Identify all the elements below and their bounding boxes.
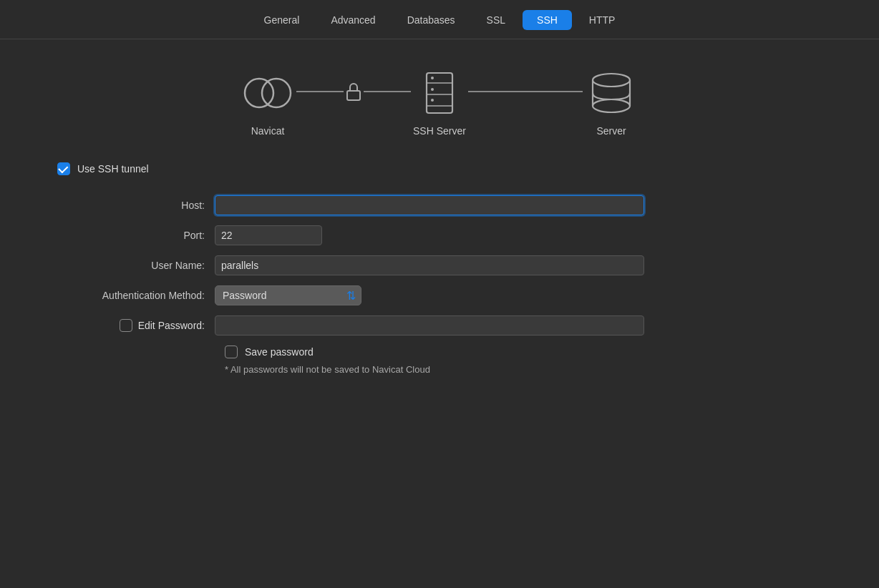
diagram-server: Server bbox=[583, 68, 640, 137]
host-input[interactable] bbox=[215, 195, 644, 215]
tab-ssh[interactable]: SSH bbox=[523, 10, 572, 30]
edit-pass-label-area: Edit Password: bbox=[57, 319, 215, 332]
port-label: Port: bbox=[57, 230, 215, 241]
use-ssh-tunnel-label: Use SSH tunnel bbox=[77, 163, 149, 175]
tab-general[interactable]: General bbox=[250, 10, 314, 30]
edit-password-checkbox[interactable] bbox=[120, 319, 132, 332]
svg-point-10 bbox=[593, 74, 630, 87]
save-password-label: Save password bbox=[245, 346, 314, 358]
line-right bbox=[364, 91, 411, 92]
svg-point-0 bbox=[245, 79, 273, 107]
tab-ssl[interactable]: SSL bbox=[472, 10, 520, 30]
port-input[interactable] bbox=[215, 225, 322, 245]
diagram-line-2 bbox=[468, 91, 583, 92]
svg-point-1 bbox=[262, 79, 291, 107]
auth-method-select[interactable]: Password Public Key Password and Public … bbox=[215, 285, 361, 305]
save-password-row: Save password bbox=[225, 346, 836, 358]
tab-bar: General Advanced Databases SSL SSH HTTP bbox=[0, 0, 879, 39]
tab-http[interactable]: HTTP bbox=[575, 10, 630, 30]
form-section: Use SSH tunnel Host: Port: User Name: Au… bbox=[43, 162, 836, 375]
use-ssh-tunnel-checkbox[interactable] bbox=[57, 162, 70, 175]
server-db-icon bbox=[583, 68, 640, 118]
svg-point-11 bbox=[593, 99, 630, 112]
host-row: Host: bbox=[57, 195, 836, 215]
tab-databases[interactable]: Databases bbox=[393, 10, 470, 30]
username-row: User Name: bbox=[57, 255, 836, 275]
username-input[interactable] bbox=[215, 255, 644, 275]
diagram-ssh-server: SSH Server bbox=[411, 68, 468, 137]
save-password-checkbox[interactable] bbox=[225, 346, 238, 358]
edit-password-row: Edit Password: bbox=[57, 315, 836, 335]
note-row: * All passwords will not be saved to Nav… bbox=[225, 364, 836, 375]
username-label: User Name: bbox=[57, 260, 215, 271]
ssh-diagram: Navicat bbox=[43, 68, 836, 137]
main-content: Navicat bbox=[0, 39, 879, 396]
note-text: * All passwords will not be saved to Nav… bbox=[225, 364, 430, 375]
navicat-icon bbox=[239, 68, 296, 118]
auth-method-label: Authentication Method: bbox=[57, 290, 215, 301]
lock-icon bbox=[344, 82, 364, 102]
password-input[interactable] bbox=[215, 315, 644, 335]
auth-method-row: Authentication Method: Password Public K… bbox=[57, 285, 836, 305]
edit-password-label: Edit Password: bbox=[138, 320, 205, 331]
server-label: Server bbox=[596, 125, 626, 137]
host-label: Host: bbox=[57, 200, 215, 211]
diagram-line-1 bbox=[296, 82, 411, 102]
use-ssh-tunnel-row: Use SSH tunnel bbox=[57, 162, 836, 175]
svg-point-7 bbox=[431, 77, 434, 79]
ssh-server-icon bbox=[411, 68, 468, 118]
line-left bbox=[296, 91, 344, 92]
line2-full bbox=[468, 91, 583, 92]
svg-point-9 bbox=[431, 99, 434, 102]
diagram-navicat: Navicat bbox=[239, 68, 296, 137]
svg-rect-3 bbox=[427, 73, 452, 113]
tab-advanced[interactable]: Advanced bbox=[316, 10, 389, 30]
svg-point-8 bbox=[431, 88, 434, 91]
auth-method-wrapper: Password Public Key Password and Public … bbox=[215, 285, 361, 305]
port-row: Port: bbox=[57, 225, 836, 245]
navicat-label: Navicat bbox=[251, 125, 285, 137]
svg-rect-2 bbox=[347, 91, 360, 100]
ssh-server-label: SSH Server bbox=[413, 125, 466, 137]
